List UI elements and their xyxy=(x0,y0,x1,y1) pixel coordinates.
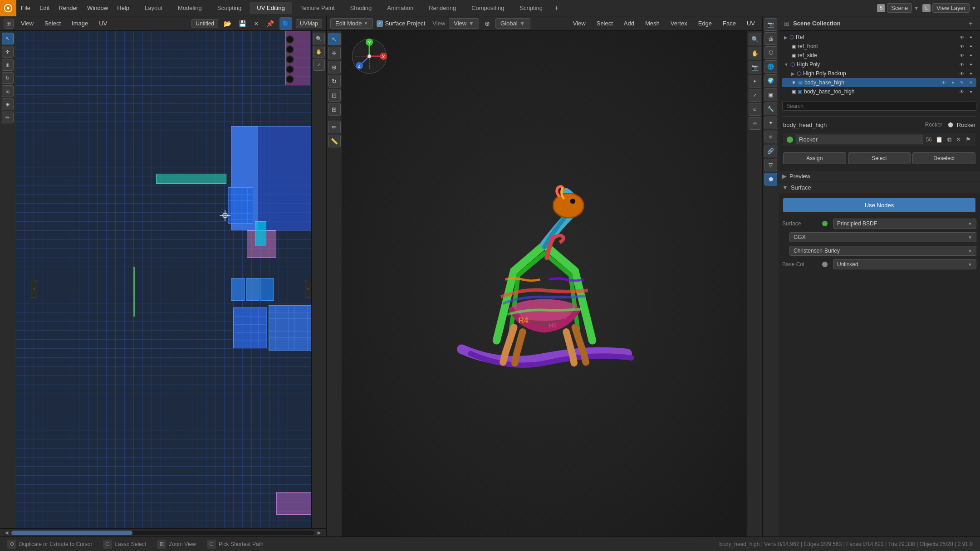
material-browse-btn[interactable]: 📋 xyxy=(935,135,944,144)
vp-overlay[interactable]: ⊡ xyxy=(749,103,761,116)
tab-scripting[interactable]: Scripting xyxy=(512,2,550,14)
material-fake-user[interactable]: ⚑ xyxy=(965,135,972,144)
vp-xray[interactable]: ◎ xyxy=(749,117,761,130)
vp-render-preview[interactable]: ● xyxy=(749,75,761,88)
uv-browse-icon[interactable]: 📂 xyxy=(222,19,233,28)
viewport-canvas[interactable]: ↖ ✛ ⊕ ↻ ⊡ ⊞ ✏ 📏 xyxy=(327,31,762,536)
body-base-high-eye[interactable]: 👁 xyxy=(940,79,947,86)
vp-tool-move[interactable]: ⊕ xyxy=(328,61,341,73)
uv-tool-select[interactable]: ↖ xyxy=(2,33,14,44)
tree-item-high-poly[interactable]: ▼ ⬡ High Poly 👁 ● xyxy=(782,60,976,69)
uv-tool-cursor[interactable]: ✛ xyxy=(2,46,14,58)
select-button[interactable]: Select xyxy=(848,152,911,164)
prop-icon-constraints[interactable]: 🔗 xyxy=(764,145,777,157)
vp-tool-transform[interactable]: ⊞ xyxy=(328,103,341,116)
tree-item-body-base-high[interactable]: ▼ ▣ body_base_high 👁 ● ✎ ✕ xyxy=(782,78,976,87)
tree-item-ref[interactable]: ▶ ⬡ Ref 👁 ● xyxy=(782,33,976,42)
prop-icon-material[interactable]: ⬟ xyxy=(764,173,777,185)
vp-tool-scale[interactable]: ⊡ xyxy=(328,89,341,102)
tab-modeling[interactable]: Modeling xyxy=(171,2,209,14)
uv-scrollbar[interactable]: ◄ ► xyxy=(0,528,326,536)
body-base-high-edit[interactable]: ✎ xyxy=(958,79,965,86)
high-poly-backup-eye[interactable]: 👁 xyxy=(958,70,965,77)
ref-front-render[interactable]: ● xyxy=(967,43,975,50)
base-col-value[interactable]: Unlinked ▼ xyxy=(833,259,976,269)
vp-hand[interactable]: ✋ xyxy=(749,47,761,59)
uv-scroll-left[interactable]: ◄ xyxy=(2,529,11,536)
viewport-vertex-btn[interactable]: Vertex xyxy=(667,19,691,28)
ref-side-eye[interactable]: 👁 xyxy=(958,52,965,59)
add-workspace-button[interactable]: + xyxy=(551,3,562,13)
prop-icon-modifier[interactable]: 🔧 xyxy=(764,102,777,115)
use-nodes-btn[interactable]: Use Nodes xyxy=(783,198,975,212)
scene-selector[interactable]: Scene xyxy=(887,3,912,13)
uv-tool-annotate[interactable]: ✏ xyxy=(2,112,14,123)
uv-view-btn[interactable]: View xyxy=(17,19,37,28)
material-slot-name-field[interactable]: Rocker xyxy=(796,135,923,144)
prop-icon-object[interactable]: ▣ xyxy=(764,88,777,101)
uv-close-icon[interactable]: ✕ xyxy=(252,19,261,28)
vp-tool-annotate[interactable]: ✏ xyxy=(328,121,341,133)
distribution-field[interactable]: GGX ▼ xyxy=(789,232,976,242)
uv-image-btn[interactable]: Image xyxy=(68,19,92,28)
uv-zoom-icon[interactable]: 🔍 xyxy=(313,33,325,44)
tree-item-ref-front[interactable]: ▣ ref_front 👁 ● xyxy=(782,42,976,51)
uv-map-selector[interactable]: UVMap xyxy=(296,19,322,28)
vp-fullscreen[interactable]: ⤢ xyxy=(749,89,761,102)
preview-section-header[interactable]: ▶ Preview xyxy=(779,171,980,181)
tab-uv-editing[interactable]: UV Editing xyxy=(250,2,292,14)
uv-save-icon[interactable]: 💾 xyxy=(237,19,248,28)
viewport-view-btn[interactable]: View xyxy=(569,19,589,28)
subsurface-field[interactable]: Christensen-Burley ▼ xyxy=(789,246,976,256)
ref-front-eye[interactable]: 👁 xyxy=(958,43,965,50)
search-input[interactable] xyxy=(782,102,976,111)
vp-zoom-in[interactable]: 🔍 xyxy=(749,33,761,45)
body-base-too-high-eye[interactable]: 👁 xyxy=(958,88,965,95)
new-collection-btn[interactable]: + xyxy=(967,19,975,29)
uv-tool-scale[interactable]: ⊡ xyxy=(2,85,14,97)
prop-icon-world[interactable]: 🌍 xyxy=(764,74,777,87)
view-layer-selector[interactable]: View Layer xyxy=(932,3,970,13)
uv-mode-icon[interactable]: ⊞ xyxy=(4,19,14,29)
material-copy-btn[interactable]: ⧉ xyxy=(946,135,952,144)
ref-side-render[interactable]: ● xyxy=(967,52,975,59)
high-poly-render[interactable]: ● xyxy=(967,61,975,68)
prop-icon-view-layer[interactable]: ⬡ xyxy=(764,46,777,59)
edit-mode-dropdown[interactable]: Edit Mode ▼ xyxy=(330,18,373,29)
vp-tool-select[interactable]: ↖ xyxy=(328,33,341,45)
uv-uv-btn[interactable]: UV xyxy=(95,19,111,28)
tab-animation[interactable]: Animation xyxy=(380,2,421,14)
uv-select-btn[interactable]: Select xyxy=(41,19,64,28)
prop-icon-particles[interactable]: ✦ xyxy=(764,117,777,129)
vp-camera[interactable]: 📷 xyxy=(749,61,761,73)
surface-section-header[interactable]: ▼ Surface xyxy=(779,182,980,193)
surface-project-check[interactable]: ✓ Surface Project xyxy=(377,20,425,27)
uv-canvas[interactable]: 🔍 ✋ ⤢ ‹ › xyxy=(15,31,326,528)
menu-window[interactable]: Window xyxy=(83,3,113,13)
uv-expand-right[interactable]: › xyxy=(305,280,311,298)
surface-type-field[interactable]: Principled BSDF ▼ xyxy=(833,219,976,229)
transform-space-dropdown[interactable]: Global ▼ xyxy=(495,18,530,29)
tab-shading[interactable]: Shading xyxy=(343,2,379,14)
uv-snap-btn[interactable]: 🔵 xyxy=(279,17,292,30)
menu-help[interactable]: Help xyxy=(113,3,134,13)
tab-texture-paint[interactable]: Texture Paint xyxy=(293,2,342,14)
uv-scroll-track[interactable] xyxy=(11,531,314,535)
ref-eye[interactable]: 👁 xyxy=(958,34,965,41)
prop-icon-physics[interactable]: ⚛ xyxy=(764,131,777,143)
tab-compositing[interactable]: Compositing xyxy=(464,2,511,14)
material-unlink-btn[interactable]: ✕ xyxy=(955,135,962,144)
viewport-face-btn[interactable]: Face xyxy=(719,19,740,28)
uv-expand-left[interactable]: ‹ xyxy=(31,280,37,298)
uv-tool-rotate[interactable]: ↻ xyxy=(2,72,14,84)
vp-tool-measure[interactable]: 📏 xyxy=(328,135,341,147)
tree-item-ref-side[interactable]: ▣ ref_side 👁 ● xyxy=(782,51,976,60)
menu-file[interactable]: File xyxy=(16,3,35,13)
uv-filename[interactable]: Untitled xyxy=(191,19,218,28)
viewport-uv-btn[interactable]: UV xyxy=(743,19,759,28)
prop-icon-data[interactable]: ▽ xyxy=(764,159,777,171)
tree-item-body-base-too-high[interactable]: ▣ ▣ body_base_too_high 👁 ● xyxy=(782,87,976,96)
deselect-button[interactable]: Deselect xyxy=(912,152,975,164)
tree-item-high-poly-backup[interactable]: ▶ ⬡ High Poly Backup 👁 ● xyxy=(782,69,976,78)
body-base-high-extra[interactable]: ✕ xyxy=(967,79,975,86)
